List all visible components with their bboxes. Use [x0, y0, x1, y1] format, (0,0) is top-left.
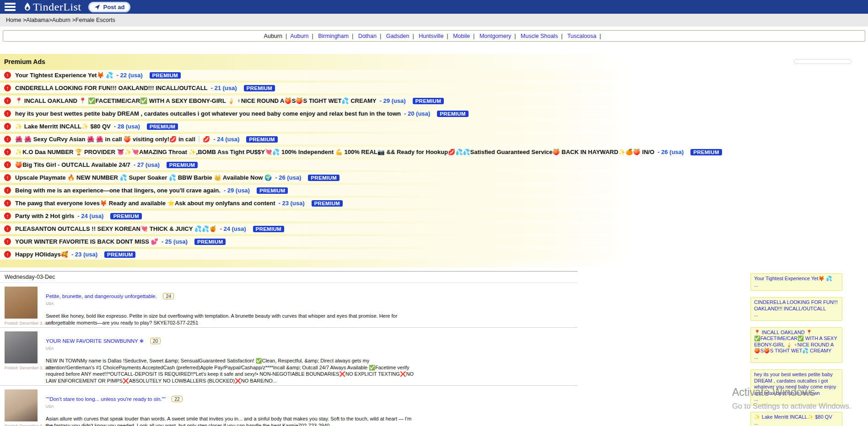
premium-ad-row[interactable]: The pawg that everyone loves🦊 Ready and … — [0, 198, 868, 208]
bump-arrow-icon — [4, 110, 11, 117]
sidebar-premium-box[interactable]: hey its your best wettes petite baby DRE… — [750, 369, 842, 405]
sidebar-premium-box[interactable]: ✨ Lake Merritt INCALL✨ $80 QV ... — [750, 412, 842, 426]
premium-ad-row[interactable]: Party with 2 Hot girls - 24 (usa) PREMIU… — [0, 211, 868, 221]
listing-thumbnail[interactable] — [5, 331, 38, 363]
city-link[interactable]: Auburn — [290, 33, 308, 39]
premium-ad-age-region: - 29 (usa) — [380, 97, 406, 104]
premium-ad-title[interactable]: Happy HOlidays🥰 — [15, 251, 68, 258]
premium-ad-title[interactable]: 🍑Big Tits Girl - OUTCALL Available 24/7 — [15, 161, 130, 168]
listing-age-badge: 24 — [163, 293, 174, 299]
premium-ad-title[interactable]: PLEASANTON OUTCALLS !! SEXY KOREAN💘 THIC… — [15, 225, 216, 232]
post-ad-button[interactable]: Post ad — [88, 2, 130, 12]
premium-ad-row[interactable]: 📍 INCALL OAKLAND 📍 ✅FACETIME/CAR✅ WITH A… — [0, 96, 868, 106]
listing-country: USA — [46, 346, 419, 351]
listing-thumbnail[interactable] — [5, 287, 38, 319]
sidebar-premium-title[interactable]: hey its your best wettes petite baby DRE… — [754, 372, 836, 396]
city-current: Auburn — [264, 33, 282, 39]
listing-title-link[interactable]: YOUR NEW FAVORITE SNOWBUNNY ❄ — [46, 338, 144, 344]
premium-ad-age-region: - 21 (usa) — [211, 85, 237, 91]
premium-ad-title[interactable]: Being with me is an experience—one that … — [15, 187, 221, 194]
premium-ad-age-region: - 23 (usa) — [71, 251, 97, 258]
premium-ad-row[interactable]: Your Tightest Experience Yet🦊 💦 - 22 (us… — [0, 70, 868, 80]
premium-ad-title[interactable]: Your Tightest Experience Yet🦊 💦 — [15, 72, 113, 79]
city-link[interactable]: Birmingham — [318, 33, 349, 39]
city-links: Auburn| Birmingham| Dothan| Gadsden| Hun… — [290, 33, 604, 39]
premium-ad-title[interactable]: The pawg that everyone loves🦊 Ready and … — [15, 200, 275, 207]
brand-name: TinderList — [33, 1, 81, 13]
city-link[interactable]: Montgomery — [480, 33, 511, 39]
breadcrumb[interactable]: Home >Alabama>Auburn >Female Escorts — [6, 17, 115, 23]
listing-posted-date: Posted: December 3, 2025 — [5, 321, 42, 325]
sidebar-ellipsis: ... — [754, 396, 839, 403]
premium-badge: PREMIUM — [150, 72, 181, 79]
premium-ad-age-region: - 28 (usa) — [114, 123, 140, 130]
listing-description: Sweet like honey, bold like espresso. Pe… — [46, 313, 419, 326]
premium-ad-row[interactable]: ✨ Lake Merritt INCALL✨ $80 QV - 28 (usa)… — [0, 121, 868, 132]
premium-ad-title[interactable]: YOUR WINTER FAVORITE IS BACK DONT MISS 💕 — [15, 238, 158, 245]
brand-logo[interactable]: TinderList — [23, 1, 81, 13]
city-link[interactable]: Dothan — [358, 33, 377, 39]
city-link[interactable]: Huntsville — [419, 33, 443, 39]
bump-arrow-icon — [4, 136, 11, 143]
premium-ad-row[interactable]: YOUR WINTER FAVORITE IS BACK DONT MISS 💕… — [0, 236, 868, 247]
premium-ad-title[interactable]: hey its your best wettes petite baby DRE… — [15, 110, 401, 117]
top-navigation-bar: TinderList Post ad — [0, 0, 868, 14]
premium-badge: PREMIUM — [690, 149, 722, 155]
listing-row: Posted: December 3, 2025 YOUR NEW FAVORI… — [0, 328, 577, 386]
hamburger-menu-icon[interactable] — [5, 3, 16, 11]
sidebar-premium-title[interactable]: ✨ Lake Merritt INCALL✨ $80 QV — [754, 414, 832, 420]
listing-thumbnail[interactable] — [5, 389, 38, 421]
bump-arrow-icon — [4, 174, 11, 181]
bump-arrow-icon — [4, 238, 11, 245]
premium-ad-age-region: - 20 (usa) — [404, 110, 430, 117]
premium-ad-row[interactable]: ✨K.O Daa NUMBER 🏆 PROVIDER 👅✨💘AMAZING Th… — [0, 147, 868, 157]
sidebar-premium-box[interactable]: Your Tightest Experience Yet🦊 💦 ... — [750, 273, 842, 291]
sidebar-ellipsis: ... — [754, 312, 839, 318]
premium-ad-title[interactable]: 📍 INCALL OAKLAND 📍 ✅FACETIME/CAR✅ WITH A… — [15, 97, 377, 104]
city-link[interactable]: Tuscaloosa — [567, 33, 596, 39]
sidebar-premium-title[interactable]: CINDERELLA LOOKING FOR FUN!!! OAKLAND!!!… — [754, 299, 838, 311]
premium-ad-title[interactable]: ✨K.O Daa NUMBER 🏆 PROVIDER 👅✨💘AMAZING Th… — [15, 149, 654, 155]
listing-age-badge: 22 — [172, 396, 183, 402]
listing-posted-date: Posted: December 3, 2025 — [5, 366, 42, 370]
premium-ad-row[interactable]: Happy HOlidays🥰 - 23 (usa) PREMIUM — [0, 249, 868, 260]
bump-arrow-icon — [4, 85, 11, 91]
listing-row: Posted: December 3, 2025 ""Don't stare t… — [0, 386, 577, 426]
listing-title-link[interactable]: Petite, brunette, and dangerously unforg… — [46, 293, 157, 299]
listing-description: Asian allure with curves that speak loud… — [46, 415, 419, 426]
premium-ad-row[interactable]: hey its your best wettes petite baby DRE… — [0, 108, 868, 119]
city-link[interactable]: Mobile — [453, 33, 470, 39]
city-link[interactable]: Gadsden — [386, 33, 410, 39]
premium-ad-row[interactable]: CINDERELLA LOOKING FOR FUN!!! OAKLAND!!!… — [0, 83, 868, 93]
premium-badge: PREMIUM — [257, 187, 288, 194]
listing-age-badge: 20 — [150, 338, 161, 344]
premium-ad-title[interactable]: CINDERELLA LOOKING FOR FUN!!! OAKLAND!!!… — [15, 85, 208, 91]
bump-arrow-icon — [4, 213, 11, 219]
premium-ad-age-region: - 29 (usa) — [224, 187, 250, 194]
premium-ad-age-region: - 26 (usa) — [658, 149, 684, 155]
date-header: Wednesday-03-Dec — [0, 271, 577, 283]
bump-arrow-icon — [4, 161, 11, 168]
premium-ad-title[interactable]: 🌺 🌺 Sexy CuRvy Asian 🌺 🌺 in call 🍑 visit… — [15, 136, 210, 143]
sidebar-premium-title[interactable]: 📍 INCALL OAKLAND 📍 ✅FACETIME/CAR✅ WITH A… — [754, 330, 837, 354]
breadcrumb-bar: Home >Alabama>Auburn >Female Escorts — [0, 14, 868, 27]
premium-ad-row[interactable]: PLEASANTON OUTCALLS !! SEXY KOREAN💘 THIC… — [0, 224, 868, 234]
sidebar-premium-box[interactable]: 📍 INCALL OAKLAND 📍 ✅FACETIME/CAR✅ WITH A… — [750, 327, 842, 363]
bump-arrow-icon — [4, 97, 11, 104]
premium-ad-row[interactable]: 🍑Big Tits Girl - OUTCALL Available 24/7 … — [0, 160, 868, 170]
city-link[interactable]: Muscle Shoals — [521, 33, 558, 39]
premium-ad-row[interactable]: Upscale Playmate 🔥 NEW NUMBER 💦 Super So… — [0, 172, 868, 183]
premium-ad-title[interactable]: ✨ Lake Merritt INCALL✨ $80 QV — [15, 123, 111, 130]
sidebar-ellipsis: ... — [754, 282, 839, 288]
premium-ads-section: Premium Ads Your Tightest Experience Yet… — [0, 54, 868, 267]
sidebar-premium-box[interactable]: CINDERELLA LOOKING FOR FUN!!! OAKLAND!!!… — [750, 297, 842, 321]
premium-ad-title[interactable]: Party with 2 Hot girls — [15, 213, 74, 219]
listing-title-link[interactable]: ""Don't stare too long... unless you're … — [46, 396, 166, 402]
premium-ad-age-region: - 26 (usa) — [275, 174, 301, 181]
flame-icon — [23, 2, 32, 12]
send-icon — [94, 4, 100, 10]
sidebar-premium-title[interactable]: Your Tightest Experience Yet🦊 💦 — [754, 276, 832, 281]
premium-ad-row[interactable]: 🌺 🌺 Sexy CuRvy Asian 🌺 🌺 in call 🍑 visit… — [0, 134, 868, 144]
premium-ad-row[interactable]: Being with me is an experience—one that … — [0, 185, 868, 196]
premium-ad-title[interactable]: Upscale Playmate 🔥 NEW NUMBER 💦 Super So… — [15, 174, 272, 181]
